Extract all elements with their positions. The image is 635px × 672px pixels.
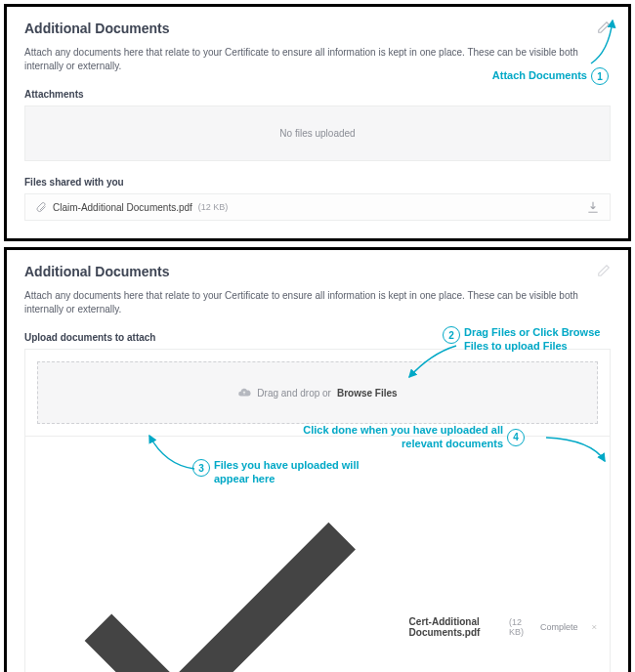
dropzone[interactable]: Drag and drop or Browse Files — [37, 361, 598, 424]
panel-description: Attach any documents here that relate to… — [24, 46, 611, 73]
uploaded-file-row: Cert-Additional Documents.pdf (12 KB) Co… — [25, 436, 610, 672]
shared-file-row: Claim-Additional Documents.pdf (12 KB) — [24, 193, 611, 221]
upload-label: Upload documents to attach — [24, 332, 611, 343]
shared-files-label: Files shared with you — [24, 177, 611, 188]
download-icon[interactable] — [586, 200, 600, 214]
paperclip-icon — [35, 201, 47, 213]
panel-2: Additional Documents Attach any document… — [4, 247, 631, 672]
edit-icon — [597, 264, 611, 277]
attachments-label: Attachments — [24, 89, 611, 100]
panel-title: Additional Documents — [24, 21, 170, 36]
dropzone-drag-text: Drag and drop or — [257, 388, 331, 399]
uploaded-file-name: Cert-Additional Documents.pdf — [409, 616, 503, 638]
attachments-empty-state: No files uploaded — [24, 105, 611, 161]
file-name: Claim-Additional Documents.pdf — [53, 202, 192, 213]
panel-title: Additional Documents — [24, 264, 170, 279]
file-size: (12 KB) — [198, 202, 229, 212]
panel-1: Additional Documents Attach any document… — [4, 4, 631, 241]
remove-file-icon[interactable] — [591, 622, 598, 632]
cloud-upload-icon — [237, 386, 251, 399]
edit-icon[interactable] — [597, 21, 611, 34]
dropzone-container: Drag and drop or Browse Files Cert-Addit… — [24, 349, 611, 672]
upload-status: Complete — [540, 622, 578, 632]
panel-description: Attach any documents here that relate to… — [24, 289, 611, 316]
check-icon — [37, 444, 403, 672]
browse-files-link[interactable]: Browse Files — [337, 388, 398, 399]
uploaded-file-size: (12 KB) — [509, 617, 529, 637]
